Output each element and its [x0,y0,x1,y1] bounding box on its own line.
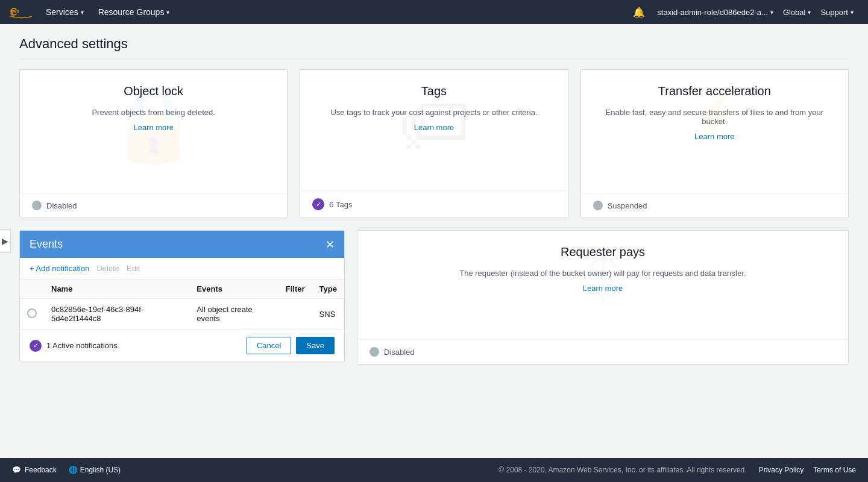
tags-status-label: 6 Tags [329,200,352,209]
requester-pays-card: $ Requester pays The requester (instead … [357,230,849,365]
row-name: 0c82856e-19ef-46c3-894f-5d4e2f1444c8 [44,299,189,330]
col-events-header: Events [189,280,278,299]
page-title: Advanced settings [19,36,849,60]
modal-footer: ✓ 1 Active notifications Cancel Save [20,329,344,362]
events-modal: Events ✕ + Add notification Delete Edit … [19,230,345,362]
notifications-bell[interactable]: 🔔 [626,7,652,18]
support-chevron-icon: ▾ [851,9,854,16]
row-radio[interactable] [27,308,37,318]
row-filter [278,299,312,330]
cards-row-top: 🔒 Object lock Prevent objects from being… [19,69,849,218]
table-row: 0c82856e-19ef-46c3-894f-5d4e2f1444c8 All… [20,299,344,330]
sidebar-toggle[interactable]: ▶ [0,229,11,253]
add-notification-button[interactable]: + Add notification [30,264,89,273]
col-name-header: Name [44,280,189,299]
requester-learn-more[interactable]: Learn more [583,284,623,293]
top-navigation: aws Services ▾ Resource Groups ▾ 🔔 staxi… [0,0,868,24]
row-type: SNS [312,299,344,330]
requester-desc: The requester (instead of the bucket own… [459,269,746,278]
requester-footer: Disabled [357,339,848,364]
main-content: Advanced settings 🔒 Object lock Prevent … [0,24,868,458]
user-chevron-icon: ▾ [770,9,773,16]
object-lock-status-dot [32,201,42,210]
aws-logo[interactable]: aws [10,5,34,19]
object-lock-desc: Prevent objects from being deleted. [92,108,215,117]
modal-toolbar: + Add notification Delete Edit [20,258,344,280]
requester-status-dot [370,347,379,357]
object-lock-status-label: Disabled [46,201,77,210]
object-lock-title: Object lock [124,84,183,98]
col-checkbox-header [20,280,44,299]
transfer-desc: Enable fast, easy and secure transfers o… [593,108,836,126]
resource-groups-nav[interactable]: Resource Groups ▾ [91,0,177,24]
object-lock-learn-more[interactable]: Learn more [133,123,173,132]
delete-action: Delete [96,264,119,273]
region-menu[interactable]: Global ▾ [778,8,816,17]
svg-text:aws: aws [11,8,19,14]
transfer-acceleration-card: ⚡ Transfer acceleration Enable fast, eas… [580,69,849,218]
col-filter-header: Filter [278,280,312,299]
tags-learn-more[interactable]: Learn more [414,123,454,132]
object-lock-card: 🔒 Object lock Prevent objects from being… [19,69,288,218]
active-notifications-check: ✓ [30,340,42,352]
transfer-footer: Suspended [581,193,848,218]
resource-groups-chevron-icon: ▾ [166,9,169,16]
requester-title: Requester pays [561,245,645,259]
modal-title: Events [30,238,63,251]
modal-header: Events ✕ [20,231,344,258]
user-menu[interactable]: staxid-admin-role/d086ede2-a... ▾ [652,8,778,17]
tags-desc: Use tags to track your cost against proj… [330,108,537,117]
tags-status-dot: ✓ [312,198,324,210]
footer-status: ✓ 1 Active notifications [30,340,247,352]
services-nav[interactable]: Services ▾ [39,0,91,24]
edit-action: Edit [127,264,140,273]
modal-close-button[interactable]: ✕ [326,239,335,250]
transfer-status-label: Suspended [608,201,647,210]
col-type-header: Type [312,280,344,299]
cancel-button[interactable]: Cancel [247,337,291,354]
services-chevron-icon: ▾ [81,9,84,16]
transfer-title: Transfer acceleration [658,84,771,98]
tags-card: 🏷 Tags Use tags to track your cost again… [300,69,568,218]
tags-title: Tags [421,84,447,98]
bottom-row: Events ✕ + Add notification Delete Edit … [19,230,849,365]
transfer-status-dot [593,201,603,210]
events-table: Name Events Filter Type 0c82856e-19ef-46… [20,280,344,329]
row-events: All object create events [189,299,278,330]
footer-buttons: Cancel Save [247,337,335,354]
save-button[interactable]: Save [296,337,335,354]
transfer-learn-more[interactable]: Learn more [694,132,734,141]
active-notifications-label: 1 Active notifications [46,341,118,350]
requester-status-label: Disabled [384,348,415,357]
region-chevron-icon: ▾ [808,9,811,16]
support-menu[interactable]: Support ▾ [816,8,858,17]
tags-footer: ✓ 6 Tags [300,190,567,218]
object-lock-footer: Disabled [20,193,287,218]
